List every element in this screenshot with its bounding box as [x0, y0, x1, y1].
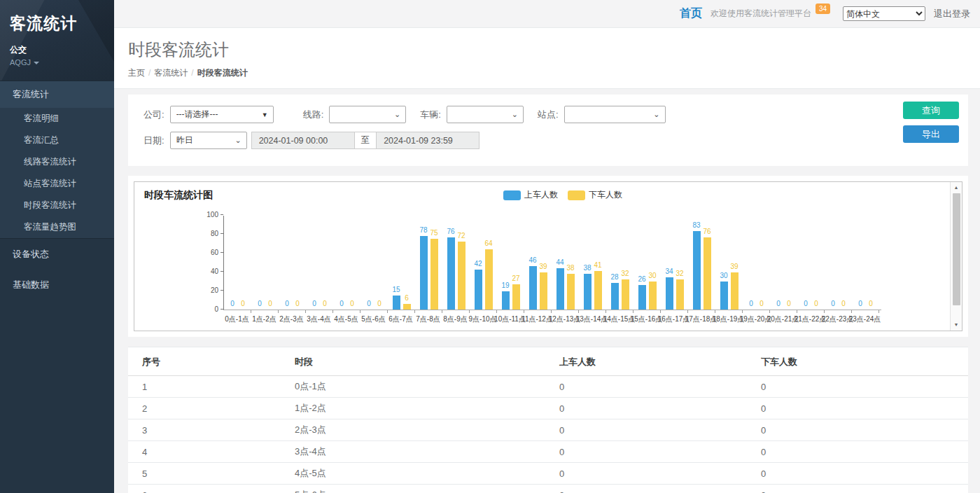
scroll-down-icon[interactable]: ▼ [954, 321, 959, 329]
org-code-dropdown[interactable]: AQGJ [10, 58, 104, 67]
bar-value-label: 64 [484, 239, 492, 247]
scrollbar-thumb[interactable] [953, 193, 960, 305]
bar-value-label: 0 [787, 300, 791, 307]
export-button[interactable]: 导出 [903, 125, 959, 143]
chart-bar[interactable]: 32 [622, 279, 629, 310]
chart-bar[interactable]: 15 [393, 296, 400, 310]
breadcrumb-home[interactable]: 主页 [128, 68, 145, 78]
sidebar-item-6[interactable]: 时段客流统计 [0, 195, 114, 216]
sidebar-item-5[interactable]: 站点客流统计 [0, 173, 114, 195]
logout-link[interactable]: 退出登录 [934, 8, 970, 20]
chart-bar[interactable]: 39 [540, 272, 547, 310]
sidebar-item-2[interactable]: 客流明细 [0, 108, 114, 130]
chart-bar[interactable]: 30 [720, 282, 728, 310]
station-select[interactable]: ⌄ [564, 106, 666, 123]
chart-bar[interactable]: 83 [693, 231, 701, 310]
x-axis-tick-label: 9点-10点 [469, 314, 496, 324]
date-preset-select[interactable]: 昨日⌄ [170, 132, 247, 149]
table-cell: 4点-5点 [288, 463, 552, 485]
chart-bar[interactable]: 19 [502, 291, 510, 310]
chart-bar[interactable]: 78 [420, 236, 428, 310]
language-select[interactable]: 简体中文 [843, 6, 925, 21]
line-select[interactable]: ⌄ [329, 106, 406, 123]
sidebar-item-8[interactable]: 设备状态 [0, 238, 114, 270]
company-select[interactable]: ---请选择---▼ [170, 106, 274, 123]
chart-bar[interactable]: 41 [594, 271, 602, 310]
chart-bar[interactable]: 30 [649, 282, 657, 310]
bar-value-label: 27 [512, 275, 519, 282]
home-link[interactable]: 首页 [680, 6, 702, 21]
table-cell: 5 [128, 463, 288, 485]
x-axis-tick-label: 16点-17点 [660, 314, 687, 324]
chart-bar[interactable]: 27 [512, 284, 520, 310]
chart-bar-group: 3432 [661, 216, 688, 310]
table-cell: 0 [754, 398, 968, 419]
filter-row-2: 日期: 昨日⌄ 2024-01-09 00:00 至 2024-01-09 23… [138, 132, 958, 149]
chart-vertical-scrollbar[interactable]: ▲ ▼ [950, 182, 962, 331]
y-axis-tick-label: 80 [200, 230, 218, 237]
station-label: 站点: [538, 109, 559, 121]
chart-bar[interactable]: 76 [447, 237, 455, 310]
table-cell: 0 [754, 419, 968, 441]
sidebar-brand-area: 客流统计 公交 AQGJ [0, 0, 114, 81]
scroll-up-icon[interactable]: ▲ [954, 183, 959, 192]
x-axis-tick-label: 14点-15点 [606, 314, 633, 324]
bar-value-label: 38 [566, 264, 574, 272]
chart-bar[interactable]: 6 [403, 304, 411, 310]
bar-value-label: 46 [528, 256, 536, 264]
sidebar-item-9[interactable]: 基础数据 [0, 270, 114, 300]
breadcrumb-separator: / [191, 68, 193, 78]
chart-bar[interactable]: 38 [567, 274, 575, 310]
chart-bar[interactable]: 26 [638, 285, 646, 310]
breadcrumb-current: 时段客流统计 [197, 68, 248, 78]
bar-value-label: 44 [556, 258, 564, 266]
chart-bar[interactable]: 34 [666, 277, 673, 310]
date-from-input[interactable]: 2024-01-09 00:00 [251, 132, 355, 149]
table-cell: 6 [128, 485, 288, 493]
chart-bar[interactable]: 75 [430, 239, 438, 310]
bar-value-label: 42 [474, 260, 482, 268]
chart-bar-group: 2832 [606, 216, 634, 310]
app-root: 客流统计 公交 AQGJ 客流统计客流明细客流汇总线路客流统计站点客流统计时段客… [0, 0, 980, 493]
sidebar-item-3[interactable]: 客流汇总 [0, 130, 114, 151]
bar-value-label: 78 [419, 226, 427, 234]
notification-badge[interactable]: 34 [816, 4, 830, 14]
bar-value-label: 38 [583, 264, 591, 272]
table-row: 65点-6点00 [128, 485, 968, 493]
chart-bar[interactable]: 76 [704, 237, 711, 310]
sidebar-item-4[interactable]: 线路客流统计 [0, 151, 114, 173]
bar-value-label: 30 [648, 272, 656, 279]
table-row: 32点-3点00 [128, 419, 968, 441]
chart-bar[interactable]: 32 [676, 279, 684, 310]
sidebar-item-7[interactable]: 客流量趋势图 [0, 216, 114, 238]
chart-bar[interactable]: 44 [556, 268, 564, 310]
vehicle-select[interactable]: ⌄ [447, 106, 524, 123]
chart-bar[interactable]: 72 [458, 242, 465, 310]
breadcrumb-parent[interactable]: 客流统计 [154, 68, 188, 78]
legend-label: 下车人数 [589, 189, 622, 201]
chart-bar[interactable]: 64 [485, 249, 493, 310]
bar-value-label: 0 [831, 300, 835, 307]
bar-value-label: 0 [323, 300, 327, 307]
legend-item[interactable]: 上车人数 [503, 189, 558, 201]
chart-bar[interactable]: 39 [731, 272, 738, 310]
chart-bar[interactable]: 42 [475, 270, 482, 310]
chart-bar-group: 3841 [579, 216, 606, 310]
date-range-separator: 至 [355, 132, 377, 149]
chart-bar[interactable]: 28 [611, 283, 619, 310]
chart-bar[interactable]: 38 [584, 274, 592, 310]
y-axis-tick-label: 40 [200, 268, 218, 275]
sidebar-item-1[interactable]: 客流统计 [0, 81, 114, 108]
org-code-label: AQGJ [10, 58, 31, 67]
chart-bar-group: 156 [388, 216, 415, 310]
query-button[interactable]: 查询 [903, 102, 959, 119]
chart-bar[interactable]: 46 [529, 266, 537, 310]
chart-bar-group: 3039 [715, 216, 743, 310]
filter-row-1: 公司: ---请选择---▼ 线路: ⌄ 车辆: ⌄ 站点: ⌄ [138, 106, 958, 123]
legend-item[interactable]: 下车人数 [568, 189, 622, 201]
chart-bar-group: 8376 [688, 216, 715, 310]
table-cell: 0 [754, 463, 968, 485]
date-to-input[interactable]: 2024-01-09 23:59 [376, 132, 479, 149]
bar-value-label: 0 [285, 300, 289, 307]
y-axis-tick-mark [220, 233, 223, 234]
